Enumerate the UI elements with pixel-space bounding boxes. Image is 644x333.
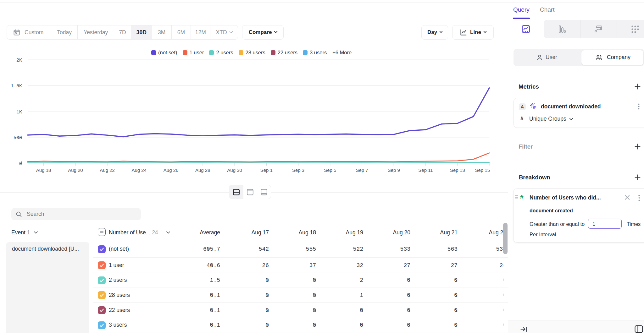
svg-text:Aug 24: Aug 24 <box>132 167 147 173</box>
svg-text:Aug 20: Aug 20 <box>68 167 83 173</box>
svg-text:Sep 7: Sep 7 <box>356 167 368 173</box>
svg-text:2K: 2K <box>16 58 22 63</box>
svg-text:Sep 5: Sep 5 <box>324 167 336 173</box>
svg-text:Sep 1: Sep 1 <box>260 167 273 173</box>
svg-text:Sep 3: Sep 3 <box>292 167 304 173</box>
svg-text:500: 500 <box>14 135 22 141</box>
svg-text:0: 0 <box>19 161 22 166</box>
svg-text:Sep 11: Sep 11 <box>418 167 433 173</box>
svg-text:Aug 26: Aug 26 <box>164 167 179 173</box>
svg-text:Sep 9: Sep 9 <box>388 167 400 173</box>
svg-text:Aug 18: Aug 18 <box>36 167 51 173</box>
svg-text:1K: 1K <box>16 110 22 115</box>
svg-text:Aug 28: Aug 28 <box>195 167 210 173</box>
svg-text:Aug 22: Aug 22 <box>100 167 115 173</box>
svg-text:Sep 13: Sep 13 <box>450 167 465 173</box>
svg-text:Aug 30: Aug 30 <box>227 167 242 173</box>
svg-text:1.5K: 1.5K <box>11 84 22 89</box>
